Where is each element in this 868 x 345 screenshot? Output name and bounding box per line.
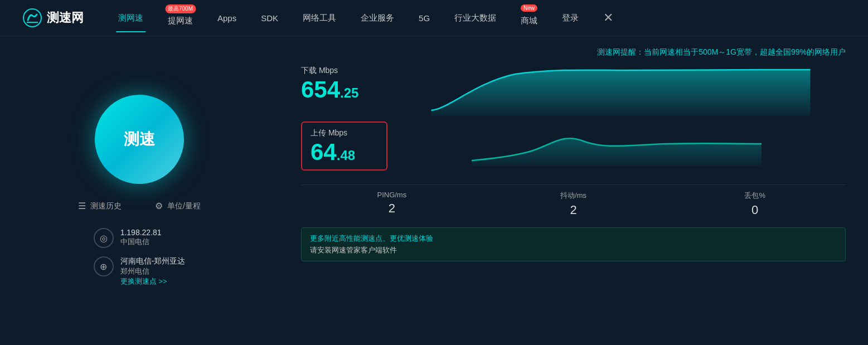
- nav-item-enterprise[interactable]: 企业服务: [348, 8, 406, 28]
- location-icon: ◎: [94, 228, 114, 248]
- history-control[interactable]: ☰ 测速历史: [78, 201, 122, 211]
- globe-icon: ⊕: [94, 256, 114, 276]
- upload-graph: [387, 122, 846, 166]
- logo-icon: [22, 8, 42, 28]
- download-value: 654.25: [301, 78, 390, 101]
- logo-area: 测速网: [22, 8, 84, 28]
- upload-graph-svg: [387, 122, 846, 166]
- download-section: 下载 Mbps 654.25: [301, 66, 846, 116]
- upload-section: 上传 Mbps 64.48: [301, 122, 387, 171]
- location-name: 河南电信-郑州亚达: [120, 256, 186, 266]
- ip-info-item: ◎ 1.198.22.81 中国电信: [94, 228, 186, 248]
- badge-max-speed: 最高700M: [165, 4, 196, 13]
- isp-name: 中国电信: [120, 237, 162, 247]
- loss-label: 丢包%: [664, 191, 846, 201]
- nav-item-big-data[interactable]: 行业大数据: [442, 8, 508, 28]
- download-graph: [396, 66, 846, 116]
- banner-line1: 更多附近高性能测速点、更优测速体验: [310, 234, 837, 244]
- stats-row: PING/ms 2 抖动/ms 2 丢包% 0: [301, 184, 846, 217]
- settings-icon: ⚙: [155, 201, 163, 211]
- nav-item-test-speed[interactable]: 测网速: [106, 8, 156, 28]
- isp-secondary: 郑州电信: [120, 266, 186, 276]
- stat-loss: 丢包% 0: [664, 191, 846, 217]
- upload-label: 上传 Mbps: [311, 128, 347, 138]
- svg-point-0: [23, 9, 41, 27]
- jitter-value: 2: [483, 203, 665, 217]
- ping-label: PING/ms: [301, 191, 483, 199]
- ip-address: 1.198.22.81: [120, 228, 162, 237]
- nav-menu: 测网速 最高700M 提网速 Apps SDK 网络工具 企业服务 5G 行业大…: [106, 6, 846, 31]
- badge-new: New: [521, 4, 537, 12]
- download-graph-svg: [396, 66, 846, 116]
- nav-item-improve-speed[interactable]: 最高700M 提网速: [156, 6, 205, 31]
- nav-item-network-tools[interactable]: 网络工具: [290, 8, 348, 28]
- loss-value: 0: [664, 203, 846, 217]
- stat-jitter: 抖动/ms 2: [483, 191, 665, 217]
- jitter-label: 抖动/ms: [483, 191, 665, 201]
- change-node-link[interactable]: 更换测速点 >>: [120, 276, 186, 286]
- nav-item-sdk[interactable]: SDK: [249, 9, 290, 27]
- bottom-banner: 更多附近高性能测速点、更优测速体验 请安装网速管家客户端软件: [301, 227, 846, 261]
- ping-value: 2: [301, 201, 483, 216]
- upload-value: 64.48: [311, 140, 355, 164]
- settings-control[interactable]: ⚙ 单位/量程: [155, 201, 201, 211]
- nav-item-login[interactable]: 登录: [550, 8, 591, 28]
- nav-item-shop[interactable]: New 商城: [508, 6, 550, 31]
- logo-text: 测速网: [47, 9, 84, 26]
- upload-wrapper: 上传 Mbps 64.48: [301, 122, 846, 173]
- alert-text: 测速网提醒：当前网速相当于500M～1G宽带，超越全国99%的网络用户: [301, 47, 846, 57]
- close-button[interactable]: ✕: [591, 6, 625, 30]
- banner-line2: 请安装网速管家客户端软件: [310, 245, 837, 255]
- header: 测速网 测网速 最高700M 提网速 Apps SDK 网络工具 企业服务 5G: [0, 0, 868, 36]
- nav-item-5g[interactable]: 5G: [406, 9, 442, 27]
- controls-row: ☰ 测速历史 ⚙ 单位/量程: [78, 201, 201, 211]
- info-section: ◎ 1.198.22.81 中国电信 ⊕ 河南电信-郑州亚达 郑州电信 更换测速…: [94, 228, 186, 286]
- nav-item-apps[interactable]: Apps: [205, 9, 249, 27]
- history-icon: ☰: [78, 201, 86, 211]
- download-label: 下载 Mbps: [301, 66, 390, 76]
- right-panel: 测速网提醒：当前网速相当于500M～1G宽带，超越全国99%的网络用户 下载 M…: [279, 36, 868, 345]
- stat-ping: PING/ms 2: [301, 191, 483, 217]
- speed-test-button[interactable]: 测速: [95, 95, 184, 184]
- left-panel: 测速 ☰ 测速历史 ⚙ 单位/量程 ◎ 1.198.22.81 中国电信: [0, 36, 279, 345]
- download-info: 下载 Mbps 654.25: [301, 66, 390, 101]
- main-content: 测速 ☰ 测速历史 ⚙ 单位/量程 ◎ 1.198.22.81 中国电信: [0, 36, 868, 345]
- alert-highlight: 99%: [791, 47, 807, 56]
- location-info-item: ⊕ 河南电信-郑州亚达 郑州电信 更换测速点 >>: [94, 256, 186, 286]
